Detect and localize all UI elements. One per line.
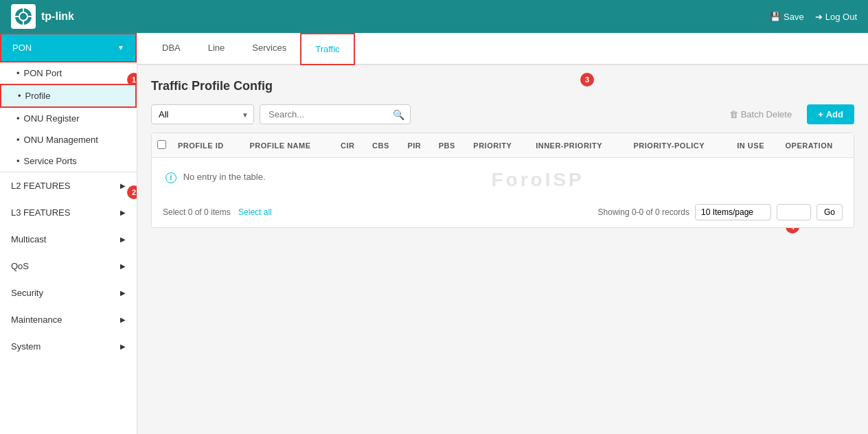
sidebar-item-system[interactable]: System ▶: [0, 333, 137, 360]
th-profile-name: PROFILE NAME: [244, 133, 335, 158]
page-title: Traffic Profile Config: [151, 79, 854, 93]
profile-section: • Profile 2: [0, 84, 137, 108]
th-cbs: CBS: [367, 133, 402, 158]
th-in-use: IN USE: [731, 133, 779, 158]
sidebar-item-l2features[interactable]: L2 FEATURES ▶: [0, 172, 137, 199]
tab-services[interactable]: Services: [238, 33, 300, 65]
th-priority-policy: PRIORITY-POLICY: [628, 133, 732, 158]
sidebar-item-pon-port-label: PON Port: [24, 68, 62, 78]
sidebar-item-service-ports-label: Service Ports: [24, 156, 77, 166]
showing-text: Showing 0-0 of 0 records: [598, 207, 689, 217]
sidebar-item-maintenance-label: Maintenance: [11, 315, 62, 325]
table-body: i No entry in the table.: [152, 158, 854, 197]
sidebar-item-security-label: Security: [11, 288, 43, 298]
sidebar-item-pon-port[interactable]: • PON Port: [0, 62, 137, 84]
no-entry-text: No entry in the table.: [183, 172, 266, 182]
chevron-right-icon: ▶: [120, 289, 126, 297]
sidebar-item-multicast[interactable]: Multicast ▶: [0, 226, 137, 253]
sidebar-item-maintenance[interactable]: Maintenance ▶: [0, 306, 137, 333]
batch-delete-button[interactable]: 🗑 Batch Delete: [720, 104, 801, 124]
sidebar-item-qos-label: QoS: [11, 261, 29, 271]
table-header: PROFILE ID PROFILE NAME CIR CBS: [152, 133, 854, 158]
tab-traffic[interactable]: Traffic: [300, 33, 354, 65]
page-input[interactable]: [777, 204, 811, 220]
layout: PON ▼ 1 • PON Port • Profile 2 • ONU Reg…: [0, 33, 868, 434]
search-icon: 🔍: [393, 109, 404, 120]
bullet-icon: •: [16, 68, 20, 78]
sidebar-item-system-label: System: [11, 341, 41, 352]
chevron-right-icon: ▶: [120, 343, 126, 350]
go-button[interactable]: Go: [816, 204, 843, 220]
toolbar-left: All ▼ 🔍: [151, 104, 411, 124]
logout-icon: ➔: [815, 12, 823, 22]
pagination: Showing 0-0 of 0 records 10 Items/page20…: [598, 204, 843, 220]
footer-left: Select 0 of 0 items Select all: [163, 207, 272, 217]
filter-select[interactable]: All: [151, 104, 254, 124]
sidebar-item-multicast-label: Multicast: [11, 234, 46, 244]
select-all-checkbox[interactable]: [157, 140, 166, 149]
sidebar-item-onu-management-label: ONU Management: [24, 135, 98, 145]
logo-icon: [11, 4, 36, 29]
th-operation: OPERATION: [780, 133, 854, 158]
sidebar-item-l3features-label: L3 FEATURES: [11, 207, 70, 218]
delete-icon: 🗑: [729, 109, 738, 119]
sidebar-item-profile[interactable]: • Profile: [0, 84, 137, 108]
tab-traffic-wrapper: Traffic 3: [300, 33, 354, 64]
items-per-page-select[interactable]: 10 Items/page20 Items/page50 Items/page: [695, 204, 771, 220]
th-inner-priority: INNER-PRIORITY: [530, 133, 628, 158]
tab-dba[interactable]: DBA: [148, 33, 194, 65]
add-wrapper: + Add 4: [807, 104, 854, 124]
info-icon: i: [165, 172, 176, 183]
sidebar-item-onu-management[interactable]: • ONU Management: [0, 129, 137, 150]
data-table: PROFILE ID PROFILE NAME CIR CBS: [152, 133, 854, 197]
th-pir: PIR: [402, 133, 433, 158]
bullet-icon: •: [16, 113, 20, 124]
badge-2: 2: [127, 185, 137, 199]
table-header-row: PROFILE ID PROFILE NAME CIR CBS: [152, 133, 854, 158]
logo-text: tp-link: [41, 10, 74, 23]
add-button[interactable]: + Add: [807, 104, 854, 124]
sidebar-item-qos[interactable]: QoS ▶: [0, 253, 137, 279]
logo: tp-link: [11, 4, 74, 29]
save-button[interactable]: 💾 Save: [770, 12, 804, 22]
sidebar-item-l2features-label: L2 FEATURES: [11, 181, 70, 191]
th-pbs: PBS: [433, 133, 468, 158]
main-content: DBA Line Services Traffic 3 Traffic Prof…: [137, 33, 868, 434]
sidebar-item-service-ports[interactable]: • Service Ports: [0, 150, 137, 172]
save-icon: 💾: [770, 12, 781, 22]
plus-icon: +: [818, 109, 823, 119]
table-container: PROFILE ID PROFILE NAME CIR CBS: [151, 133, 854, 228]
sidebar: PON ▼ 1 • PON Port • Profile 2 • ONU Reg…: [0, 33, 137, 434]
bullet-icon: •: [16, 156, 20, 166]
search-box: 🔍: [260, 104, 411, 124]
sidebar-item-l3features[interactable]: L3 FEATURES ▶: [0, 199, 137, 226]
search-input[interactable]: [266, 105, 393, 124]
pon-subitems: • PON Port • Profile 2 • ONU Register • …: [0, 62, 137, 172]
bullet-icon: •: [16, 135, 20, 145]
th-profile-id: PROFILE ID: [172, 133, 244, 158]
no-entry-cell: i No entry in the table.: [152, 158, 854, 197]
logout-button[interactable]: ➔ Log Out: [815, 12, 857, 22]
sidebar-item-pon[interactable]: PON ▼: [0, 33, 137, 62]
th-checkbox: [152, 133, 172, 158]
no-entry-row: i No entry in the table.: [152, 158, 854, 197]
items-per-page-wrapper: 10 Items/page20 Items/page50 Items/page: [695, 204, 771, 220]
tab-line[interactable]: Line: [194, 33, 239, 65]
select-count: Select 0 of 0 items: [163, 207, 231, 217]
sidebar-item-security[interactable]: Security ▶: [0, 279, 137, 306]
content-area: Traffic Profile Config All ▼ 🔍 🗑: [137, 65, 868, 434]
chevron-right-icon: ▶: [120, 209, 126, 216]
sidebar-item-onu-register[interactable]: • ONU Register: [0, 108, 137, 129]
table-footer: Select 0 of 0 items Select all Showing 0…: [152, 197, 854, 227]
sidebar-item-pon-label: PON: [12, 43, 32, 53]
tabs: DBA Line Services Traffic 3: [137, 33, 868, 65]
select-all-link[interactable]: Select all: [238, 207, 272, 217]
chevron-down-icon: ▼: [117, 44, 124, 52]
sidebar-item-profile-label: Profile: [25, 91, 51, 101]
th-cir: CIR: [335, 133, 367, 158]
chevron-right-icon: ▶: [120, 236, 126, 243]
chevron-right-icon: ▶: [120, 182, 126, 190]
bullet-icon: •: [18, 91, 21, 101]
pon-section: PON ▼ 1: [0, 33, 137, 62]
chevron-right-icon: ▶: [120, 316, 126, 323]
